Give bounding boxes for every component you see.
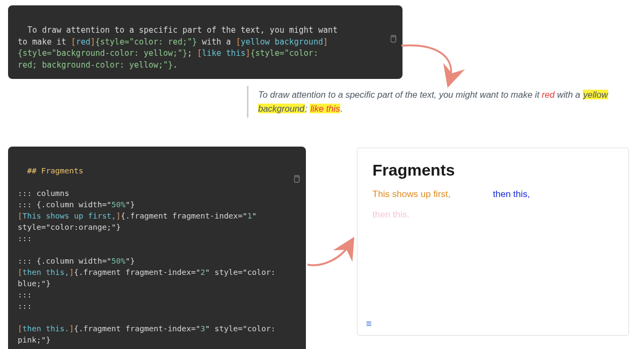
arrow-icon <box>303 235 357 273</box>
svg-rect-0 <box>391 37 396 42</box>
red-on-yellow: like this <box>310 104 340 113</box>
copy-icon[interactable] <box>292 152 301 161</box>
slide-preview-panel: Fragments This shows up first, then this… <box>357 148 629 336</box>
fragment-1: This shows up first, <box>372 189 493 200</box>
copy-icon[interactable] <box>389 11 397 19</box>
fragment-3: then this. <box>372 209 613 220</box>
slide-columns: This shows up first, then this, <box>372 189 613 200</box>
hamburger-icon[interactable]: ≡ <box>366 319 372 329</box>
red-text: red <box>542 90 555 99</box>
code-text: To draw attention to a specific part of … <box>27 25 342 35</box>
slide-title: Fragments <box>372 161 613 179</box>
rendered-output-quote: To draw attention to a specific part of … <box>247 86 633 118</box>
code-block-fragments: ## Fragments ::: columns ::: {.column wi… <box>8 147 306 349</box>
heading-marker: ## Fragments <box>27 166 83 175</box>
arrow-icon <box>397 38 494 91</box>
code-block-styled-text: To draw attention to a specific part of … <box>8 5 402 79</box>
fragment-2: then this, <box>493 189 614 200</box>
svg-rect-1 <box>295 177 299 183</box>
